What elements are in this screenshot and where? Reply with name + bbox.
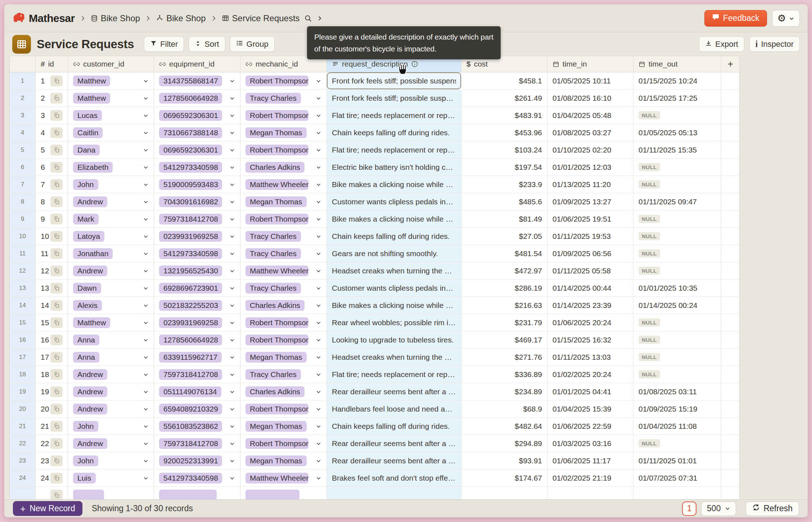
cell-time-in[interactable]: 01/11/2025 19:53 [547,228,633,245]
cell-time-in[interactable]: 01/11/2025 05:58 [547,262,633,280]
cell-mechanic-id[interactable]: Matthew Wheeler [240,262,327,280]
copy-record-link-button[interactable] [50,386,63,397]
cell-id[interactable]: 17 [36,349,68,366]
cell-mechanic-id[interactable]: Megan Thomas [240,193,327,210]
chevron-down-icon[interactable] [316,389,321,395]
add-column-button[interactable]: + [721,56,740,72]
cell-mechanic-id[interactable]: Megan Thomas [240,418,327,435]
chevron-down-icon[interactable] [143,147,149,153]
row-number-cell[interactable]: 24 [10,469,36,487]
cell-cost[interactable]: $197.54 [461,159,547,176]
chevron-down-icon[interactable] [316,233,321,239]
cell-cost[interactable]: $81.49 [461,210,547,228]
cell-time-in[interactable]: 01/09/2025 06:56 [547,245,633,262]
cell-cost[interactable]: $93.91 [461,452,547,469]
refresh-button[interactable]: Refresh [746,501,799,516]
inspector-button[interactable]: i Inspector [749,36,800,52]
cell-mechanic-id[interactable]: Tracy Charles [240,366,327,383]
chevron-down-icon[interactable] [229,113,235,118]
cell-mechanic-id[interactable]: Tracy Charles [240,228,327,245]
cell-cost[interactable]: $336.89 [461,366,547,383]
cell-time-in[interactable]: 01/13/2025 11:20 [547,176,633,193]
info-circle-icon[interactable] [411,60,418,68]
row-number-cell[interactable]: 17 [10,349,36,366]
copy-record-link-button[interactable] [50,196,63,207]
cell-customer-id[interactable]: John [68,418,154,435]
row-number-cell[interactable]: 7 [10,176,36,193]
copy-record-link-button[interactable] [50,231,63,242]
chevron-down-icon[interactable] [316,337,321,343]
row-number-cell[interactable]: 21 [10,418,36,435]
cell-cost[interactable]: $103.24 [461,141,547,159]
column-header-time-in[interactable]: time_in [547,56,633,72]
group-button[interactable]: Group [230,36,275,52]
cell-equipment-id[interactable]: 1321956525430 [154,262,240,280]
chevron-down-icon[interactable] [143,113,149,118]
chevron-down-icon[interactable] [316,216,321,222]
cell-time-in[interactable]: 01/09/2025 13:27 [547,193,633,210]
copy-record-link-button[interactable] [50,300,63,311]
cell-cost[interactable]: $233.9 [461,176,547,193]
chevron-down-icon[interactable] [229,233,235,239]
filter-button[interactable]: Filter [144,36,184,52]
cell-id[interactable]: 18 [36,366,68,383]
cell-mechanic-id[interactable]: Matthew Wheeler [240,469,327,487]
chevron-down-icon[interactable] [229,164,235,170]
chevron-down-icon[interactable] [229,320,235,326]
sort-button[interactable]: Sort [189,36,225,52]
brand[interactable]: Mathesar [12,11,75,26]
chevron-down-icon[interactable] [143,354,149,360]
cell-cost[interactable]: $231.79 [461,314,547,331]
cell-mechanic-id[interactable]: Tracy Charles [240,245,327,262]
row-number-cell[interactable]: 13 [10,280,36,297]
cell-cost[interactable]: $469.17 [461,331,547,349]
cell-time-out[interactable]: NULL [633,159,721,176]
copy-record-link-button[interactable] [50,110,63,121]
cell-mechanic-id[interactable]: Charles Adkins [240,383,327,400]
cell-customer-id[interactable]: John [68,452,154,469]
breadcrumb-expand-chevron-icon[interactable] [316,15,323,22]
cell-cost[interactable]: $294.89 [461,435,547,452]
cell-cost[interactable]: $482.64 [461,418,547,435]
chevron-down-icon[interactable] [229,423,235,429]
row-number-cell[interactable]: 15 [10,314,36,331]
chevron-down-icon[interactable] [316,354,321,360]
cell-id[interactable]: 21 [36,418,68,435]
cell-equipment-id[interactable]: 7310667388148 [154,124,240,141]
cell-id[interactable]: 6 [36,159,68,176]
cell-cost[interactable]: $27.05 [461,228,547,245]
cell-description[interactable]: Rear derailleur seems bent after a cr… [327,383,461,400]
chevron-down-icon[interactable] [143,337,149,343]
cell-description[interactable]: Bike makes a clicking noise while pe… [327,176,461,193]
chevron-down-icon[interactable] [229,268,235,274]
breadcrumb-database[interactable]: Bike Shop [91,13,140,23]
select-all-header-cell[interactable] [10,56,36,72]
chevron-down-icon[interactable] [229,216,235,222]
cell-id[interactable]: 20 [36,400,68,418]
chevron-down-icon[interactable] [316,475,321,481]
copy-record-link-button[interactable] [50,455,63,466]
row-number-cell[interactable]: 11 [10,245,36,262]
cell-time-in[interactable]: 01/08/2025 16:10 [547,90,633,107]
cell-description[interactable]: Looking to upgrade to tubeless tires. [327,331,461,349]
cell-customer-id[interactable]: Andrew [68,262,154,280]
cell-mechanic-id[interactable]: Megan Thomas [240,124,327,141]
cell-time-out[interactable]: 01/15/2025 10:24 [633,72,721,90]
cell-description[interactable]: Customer wants clipless pedals inst… [327,280,461,297]
chevron-down-icon[interactable] [316,199,321,205]
chevron-down-icon[interactable] [316,441,321,446]
chevron-down-icon[interactable] [143,372,149,377]
chevron-down-icon[interactable] [316,372,321,377]
cell-time-out[interactable]: NULL [633,107,721,124]
cell-id[interactable]: 16 [36,331,68,349]
chevron-down-icon[interactable] [143,389,149,395]
cell-mechanic-id[interactable]: Megan Thomas [240,452,327,469]
chevron-down-icon[interactable] [229,199,235,205]
cell-equipment-id[interactable]: 0239931969258 [154,228,240,245]
cell-time-in[interactable]: 01/04/2025 15:39 [547,400,633,418]
cell-mechanic-id[interactable]: Robert Thompson [240,210,327,228]
chevron-down-icon[interactable] [316,251,321,257]
cell-mechanic-id[interactable]: Robert Thompson [240,141,327,159]
cell-equipment-id[interactable]: 5412973340598 [154,245,240,262]
cell-equipment-id[interactable]: 0239931969258 [154,314,240,331]
